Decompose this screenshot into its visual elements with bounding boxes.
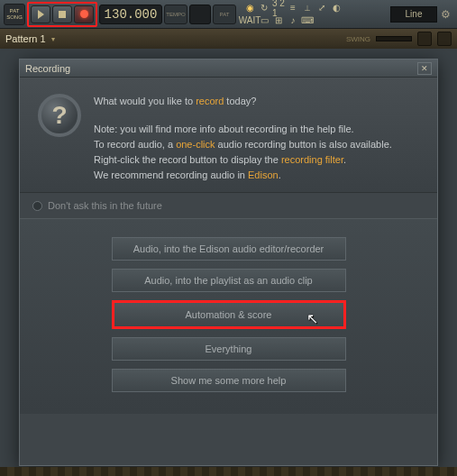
tempo-display[interactable]: 130.000 <box>99 5 162 24</box>
dont-ask-row[interactable]: Don't ask this in the future <box>20 192 437 218</box>
dont-ask-label: Don't ask this in the future <box>48 200 162 211</box>
snap-icon[interactable]: ⊞ <box>272 15 285 26</box>
question-icon: ? <box>38 94 81 137</box>
btn-audio-playlist[interactable]: Audio, into the playlist as an audio cli… <box>112 269 346 292</box>
midi-icon[interactable]: ♪ <box>287 15 299 26</box>
dialog-title-text: Recording <box>25 63 70 74</box>
pattern-name[interactable]: Pattern 1 <box>5 33 46 44</box>
cursor-icon: ↖ <box>306 310 318 327</box>
graph-editor-button[interactable] <box>417 32 432 46</box>
btn-everything[interactable]: Everything <box>112 337 346 361</box>
gear-icon[interactable]: ⚙ <box>441 8 453 21</box>
song-label: SONG <box>6 14 23 21</box>
pat-label: PAT <box>10 8 20 14</box>
recording-dialog: Recording ✕ ? What would you like to rec… <box>19 59 438 466</box>
transport-highlight <box>27 2 97 27</box>
countdown-icon[interactable]: 3 2 1 <box>272 3 285 14</box>
blend-icon[interactable]: ◐ <box>330 3 343 14</box>
swing-label: SWING <box>346 35 370 43</box>
scroll-lock-icon[interactable]: ⤢ <box>315 3 328 14</box>
pat-label-box: PAT <box>213 5 236 24</box>
swing-slider[interactable] <box>376 36 412 41</box>
main-toolbar: PAT SONG 130.000 TEMPO PAT ◉ ↻ 3 2 1 ≡ ⟂… <box>0 0 457 29</box>
dialog-titlebar[interactable]: Recording ✕ <box>20 60 437 78</box>
pat-song-switch[interactable]: PAT SONG <box>4 4 25 25</box>
overdub-icon[interactable]: ≡ <box>287 3 299 14</box>
btn-more-help[interactable]: Show me some more help <box>112 369 346 392</box>
step-icon[interactable]: ▭ <box>258 15 270 26</box>
channel-rack-strip <box>0 467 457 476</box>
play-button[interactable] <box>31 5 50 23</box>
loop-icon[interactable]: ↻ <box>258 3 270 14</box>
stop-button[interactable] <box>52 5 72 23</box>
tempo-label-box: TEMPO <box>164 5 187 24</box>
toolbar-options: ◉ ↻ 3 2 1 ≡ ⟂ ⤢ ◐ WAIT ▭ ⊞ ♪ ⌨ <box>243 2 352 27</box>
keyboard-icon[interactable]: ⌨ <box>301 15 314 26</box>
pattern-length-display[interactable] <box>189 5 211 24</box>
step-edit-icon[interactable]: ⟂ <box>301 3 314 14</box>
metronome-icon[interactable]: ◉ <box>243 3 256 14</box>
pattern-bar: Pattern 1 ▾ SWING <box>0 29 457 49</box>
pattern-dropdown-icon[interactable]: ▾ <box>51 35 55 43</box>
dont-ask-radio[interactable] <box>32 201 42 211</box>
keyboard-editor-button[interactable] <box>437 32 452 46</box>
record-button[interactable] <box>74 5 94 23</box>
snap-mode-display[interactable]: Line <box>390 6 437 23</box>
dialog-buttons: Audio, into the Edison audio editor/reco… <box>20 218 437 414</box>
btn-audio-edison[interactable]: Audio, into the Edison audio editor/reco… <box>112 237 346 261</box>
dialog-text: What would you like to record today? Not… <box>94 94 392 183</box>
wait-icon[interactable]: WAIT <box>243 15 256 26</box>
dialog-body: ? What would you like to record today? N… <box>20 78 437 192</box>
btn-automation-score[interactable]: Automation & score ↖ <box>112 300 346 329</box>
close-button[interactable]: ✕ <box>417 62 432 75</box>
